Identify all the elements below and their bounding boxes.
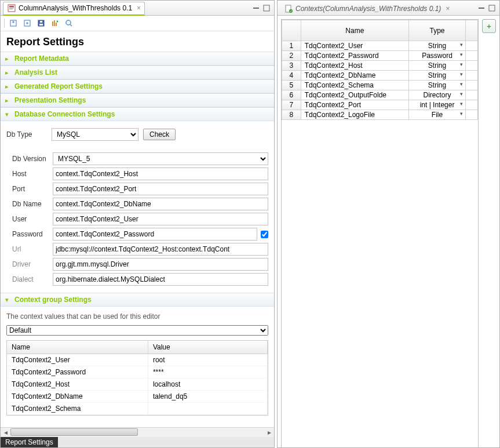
col-type[interactable]: Type bbox=[409, 20, 466, 41]
cell-extra bbox=[465, 110, 477, 120]
col-name[interactable]: Name bbox=[7, 341, 148, 354]
cell-type[interactable]: String bbox=[409, 81, 466, 90]
table-row[interactable]: TdqContext2_Password**** bbox=[7, 366, 268, 378]
table-row[interactable]: 4TdqContext2_DbNameString bbox=[282, 71, 478, 81]
context-select[interactable]: Default bbox=[6, 325, 268, 336]
port-input[interactable] bbox=[53, 183, 268, 195]
run-all-icon[interactable] bbox=[50, 18, 60, 28]
dbtype-label: Db Type bbox=[6, 130, 47, 139]
cell-num: 8 bbox=[282, 110, 301, 120]
cell-name: TdqContext2_Host bbox=[301, 61, 408, 71]
add-context-button[interactable]: ＋ bbox=[482, 19, 496, 33]
password-label: Password bbox=[12, 230, 53, 238]
expand-icon[interactable] bbox=[22, 18, 32, 28]
driver-label: Driver bbox=[12, 260, 53, 268]
table-row[interactable]: 2TdqContext2_PasswordPassword bbox=[282, 51, 478, 61]
cell-extra bbox=[465, 71, 477, 81]
save-icon[interactable] bbox=[36, 18, 46, 28]
table-row[interactable]: 3TdqContext2_HostString bbox=[282, 61, 478, 71]
table-row[interactable]: TdqContext2_Hostlocalhost bbox=[7, 378, 268, 391]
scroll-right-icon[interactable]: ▸ bbox=[264, 428, 274, 438]
scroll-left-icon[interactable]: ◂ bbox=[1, 428, 10, 438]
cell-type[interactable]: File bbox=[409, 110, 466, 120]
svg-rect-2 bbox=[9, 8, 14, 8]
table-row[interactable]: 1TdqContext2_UserString bbox=[282, 41, 478, 51]
section-generated-report[interactable]: ▸Generated Report Settings bbox=[1, 79, 274, 93]
user-input[interactable] bbox=[53, 213, 268, 225]
driver-input[interactable] bbox=[53, 258, 268, 271]
section-analysis-list[interactable]: ▸Analysis List bbox=[1, 65, 274, 79]
cell-type[interactable]: String bbox=[409, 71, 466, 81]
svg-rect-5 bbox=[264, 5, 269, 11]
col-extra[interactable] bbox=[465, 20, 477, 41]
cell-type[interactable]: String bbox=[409, 61, 466, 71]
table-row[interactable]: TdqContext2_Userroot bbox=[7, 354, 268, 366]
maximize-icon[interactable] bbox=[261, 3, 272, 13]
user-label: User bbox=[12, 215, 53, 223]
table-row[interactable]: 5TdqContext2_SchemaString bbox=[282, 81, 478, 90]
cell-type[interactable]: Directory bbox=[409, 90, 466, 100]
zoom-icon[interactable] bbox=[64, 18, 74, 28]
cell-type[interactable]: String bbox=[409, 41, 466, 51]
col-num[interactable] bbox=[282, 20, 301, 41]
contexts-body: Name Type 1TdqContext2_UserString2TdqCon… bbox=[278, 16, 499, 447]
contexts-panel: Contexts(ColumnAnalysis_WithThresholds 0… bbox=[277, 0, 500, 448]
left-tabbar: ColumnAnalysis_WithThresholds 0.1 × bbox=[1, 1, 274, 16]
minimize-icon[interactable] bbox=[251, 3, 261, 13]
table-row[interactable]: TdqContext2_Schema bbox=[7, 403, 268, 415]
left-toolbar bbox=[1, 16, 274, 31]
report-icon bbox=[7, 3, 16, 13]
contexts-table: Name Type 1TdqContext2_UserString2TdqCon… bbox=[282, 20, 478, 120]
maximize-icon[interactable] bbox=[487, 3, 497, 13]
chevron-right-icon: ▸ bbox=[5, 97, 11, 104]
table-row[interactable]: 8TdqContext2_LogoFileFile bbox=[282, 110, 478, 120]
host-label: Host bbox=[12, 170, 53, 178]
section-context-group[interactable]: ▾Context group Settings bbox=[1, 293, 274, 307]
dialect-input[interactable] bbox=[53, 273, 268, 286]
dbtype-select[interactable]: MySQL bbox=[52, 128, 138, 141]
cell-name: TdqContext2_User bbox=[301, 41, 408, 51]
h-scrollbar[interactable]: ◂ ▸ bbox=[1, 427, 274, 437]
svg-rect-1 bbox=[9, 6, 14, 7]
svg-rect-13 bbox=[56, 23, 57, 26]
tab-contexts[interactable]: Contexts(ColumnAnalysis_WithThresholds 0… bbox=[280, 2, 454, 16]
left-scroll-body[interactable]: Report Settings ▸Report Metadata ▸Analys… bbox=[1, 31, 274, 427]
cell-type[interactable]: int | Integer bbox=[409, 100, 466, 110]
context-group-body: The context values that can be used for … bbox=[1, 307, 274, 420]
cell-type[interactable]: Password bbox=[409, 51, 466, 61]
cell-name: TdqContext2_Password bbox=[7, 366, 148, 378]
section-report-metadata[interactable]: ▸Report Metadata bbox=[1, 52, 274, 65]
table-row[interactable]: 6TdqContext2_OutputFoldeDirectory bbox=[282, 90, 478, 100]
minimize-icon[interactable] bbox=[476, 3, 487, 13]
col-name[interactable]: Name bbox=[301, 20, 408, 41]
cell-name: TdqContext2_Host bbox=[7, 378, 148, 391]
close-icon[interactable]: × bbox=[137, 4, 141, 12]
check-button[interactable]: Check bbox=[143, 129, 176, 140]
cell-name: TdqContext2_User bbox=[7, 354, 148, 366]
svg-rect-3 bbox=[9, 9, 13, 9]
close-icon[interactable]: × bbox=[446, 5, 450, 13]
cell-name: TdqContext2_LogoFile bbox=[301, 110, 408, 120]
cell-num: 4 bbox=[282, 71, 301, 81]
chevron-right-icon: ▸ bbox=[5, 83, 11, 90]
tab-column-analysis[interactable]: ColumnAnalysis_WithThresholds 0.1 × bbox=[3, 2, 145, 16]
col-value[interactable]: Value bbox=[148, 341, 268, 354]
cell-num: 1 bbox=[282, 41, 301, 51]
cell-extra bbox=[465, 100, 477, 110]
scroll-thumb[interactable] bbox=[10, 428, 138, 436]
bottom-tab-report-settings[interactable]: Report Settings bbox=[1, 437, 58, 447]
password-input[interactable] bbox=[53, 228, 257, 241]
section-db-connection[interactable]: ▾Database Connection Settings bbox=[1, 107, 274, 121]
cell-value: **** bbox=[148, 366, 268, 378]
url-input[interactable] bbox=[53, 243, 268, 256]
password-toggle[interactable] bbox=[261, 231, 268, 238]
dbversion-select[interactable]: MYSQL_5 bbox=[53, 152, 268, 165]
cell-extra bbox=[465, 81, 477, 90]
collapse-icon[interactable] bbox=[8, 18, 19, 28]
host-input[interactable] bbox=[53, 167, 268, 180]
dbname-input[interactable] bbox=[53, 198, 268, 210]
table-row[interactable]: TdqContext2_DbNametalend_dq5 bbox=[7, 391, 268, 403]
section-presentation[interactable]: ▸Presentation Settings bbox=[1, 93, 274, 107]
table-row[interactable]: 7TdqContext2_Portint | Integer bbox=[282, 100, 478, 110]
cell-num: 6 bbox=[282, 90, 301, 100]
